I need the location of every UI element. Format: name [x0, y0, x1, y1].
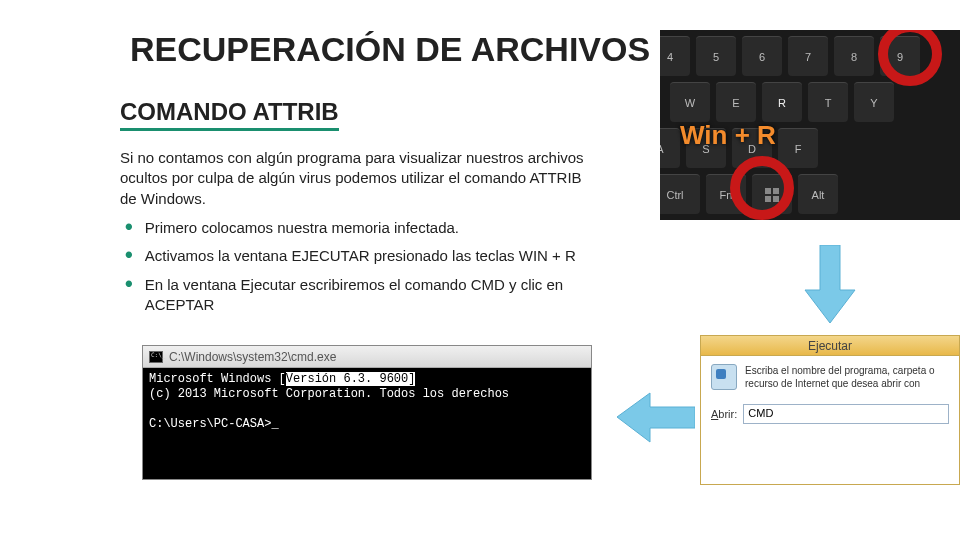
- bullet-text: Primero colocamos nuestra memoria infect…: [145, 218, 459, 238]
- keyboard-key: 4: [660, 36, 690, 76]
- cmd-cursor: _: [271, 417, 278, 431]
- keyboard-key: F: [778, 128, 818, 168]
- arrow-left-icon: [615, 390, 695, 449]
- bullet-item: • Activamos la ventana EJECUTAR presiona…: [125, 246, 605, 266]
- cmd-window: C:\Windows\system32\cmd.exe Microsoft Wi…: [142, 345, 592, 480]
- keyboard-key: Y: [854, 82, 894, 122]
- keyboard-key: 6: [742, 36, 782, 76]
- run-dialog-description: Escriba el nombre del programa, carpeta …: [745, 364, 949, 390]
- run-open-label: Abrir:: [711, 408, 737, 420]
- slide-title: RECUPERACIÓN DE ARCHIVOS: [130, 30, 650, 69]
- keyboard-key: Alt: [798, 174, 838, 214]
- highlight-circle-win-icon: [730, 156, 794, 220]
- keyboard-key: T: [808, 82, 848, 122]
- bullet-text: Activamos la ventana EJECUTAR presionado…: [145, 246, 576, 266]
- cmd-icon: [149, 351, 163, 363]
- bullet-item: • Primero colocamos nuestra memoria infe…: [125, 218, 605, 238]
- keyboard-key: E: [716, 82, 756, 122]
- run-dialog-titlebar: Ejecutar: [701, 336, 959, 356]
- bullet-dot-icon: •: [125, 216, 133, 238]
- intro-paragraph: Si no contamos con algún programa para v…: [120, 148, 600, 209]
- keyboard-key: 7: [788, 36, 828, 76]
- slide-subtitle: COMANDO ATTRIB: [120, 98, 339, 131]
- cmd-titlebar: C:\Windows\system32\cmd.exe: [143, 346, 591, 368]
- run-dialog: Ejecutar Escriba el nombre del programa,…: [700, 335, 960, 485]
- keyboard-key-r: R: [762, 82, 802, 122]
- highlight-circle-r-icon: [878, 30, 942, 86]
- bullet-dot-icon: •: [125, 273, 133, 295]
- run-command-input[interactable]: CMD: [743, 404, 949, 424]
- cmd-output: Microsoft Windows [Versión 6.3. 9600] (c…: [143, 368, 591, 436]
- arrow-down-icon: [800, 245, 860, 325]
- keyboard-key: A: [660, 128, 680, 168]
- cmd-title-text: C:\Windows\system32\cmd.exe: [169, 350, 336, 364]
- bullet-dot-icon: •: [125, 244, 133, 266]
- bullet-item: • En la ventana Ejecutar escribiremos el…: [125, 275, 605, 316]
- shortcut-overlay-text: Win + R: [680, 120, 776, 151]
- bullet-list: • Primero colocamos nuestra memoria infe…: [125, 218, 605, 323]
- keyboard-key: W: [670, 82, 710, 122]
- run-dialog-icon: [711, 364, 737, 390]
- keyboard-key: 5: [696, 36, 736, 76]
- bullet-text: En la ventana Ejecutar escribiremos el c…: [145, 275, 605, 316]
- keyboard-key: 8: [834, 36, 874, 76]
- keyboard-image: 4 5 6 7 8 9 W E R T Y A S D F Ctrl Fn Al…: [660, 30, 960, 220]
- keyboard-key: Ctrl: [660, 174, 700, 214]
